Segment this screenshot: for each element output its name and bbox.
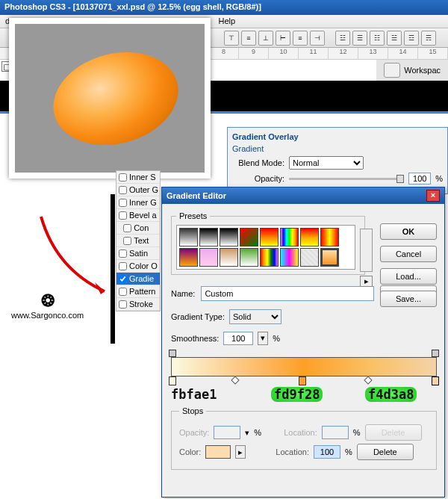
align-top-icon[interactable]: ⊤: [224, 31, 239, 46]
style-pattern-overlay[interactable]: Pattern: [116, 285, 160, 298]
stop-location2-input[interactable]: [314, 445, 340, 459]
gradient-type-label: Gradient Type:: [171, 312, 225, 321]
style-satin[interactable]: Satin: [116, 247, 160, 260]
blendmode-select[interactable]: Normal: [289, 156, 364, 170]
hex-code-2: fd9f28: [271, 387, 323, 402]
checkbox[interactable]: [119, 211, 127, 220]
panel-heading: Gradient Overlay: [232, 132, 443, 141]
delete-color-stop-button[interactable]: Delete: [357, 444, 414, 460]
style-inner-shadow[interactable]: Inner S: [116, 171, 160, 184]
stop-location2-label: Location:: [276, 447, 309, 456]
align-vmid-icon[interactable]: ≡: [241, 31, 256, 46]
checkbox[interactable]: [123, 224, 131, 232]
stops-group: Stops Opacity: ▾ % Location: % Delete Co…: [171, 406, 437, 470]
align-tools: ⊤ ≡ ⊥ ⊢ ≡ ⊣ ☳ ☰ ☷ ☱ ☲ ☴: [224, 31, 436, 46]
pct: %: [345, 447, 352, 456]
opacity-stop-right[interactable]: [432, 350, 439, 357]
style-gradient-overlay[interactable]: Gradie: [116, 273, 160, 285]
panel-subheading: Gradient: [232, 144, 443, 153]
preset-swatch[interactable]: [240, 228, 258, 247]
close-icon[interactable]: ×: [426, 190, 440, 202]
preset-swatch[interactable]: [280, 248, 299, 267]
egg-shape-icon: [43, 39, 188, 158]
preset-swatch[interactable]: [179, 248, 198, 267]
color-stop-3[interactable]: [432, 376, 439, 385]
stop-opacity-label: Opacity:: [179, 428, 209, 437]
align-left-icon[interactable]: ⊢: [276, 31, 290, 46]
checkbox[interactable]: [119, 288, 127, 296]
menu-help[interactable]: Help: [214, 15, 241, 28]
checkbox[interactable]: [119, 186, 127, 194]
preset-swatch[interactable]: [179, 228, 198, 247]
checkbox[interactable]: [123, 237, 131, 245]
style-outer-glow[interactable]: Outer G: [116, 184, 160, 196]
gradient-preview-bar[interactable]: [171, 357, 437, 376]
stop-location-input: [322, 426, 349, 439]
hex-code-3: f4d3a8: [365, 387, 417, 402]
dist-left-icon[interactable]: ☱: [387, 31, 402, 46]
dist-right-icon[interactable]: ☴: [421, 31, 436, 46]
blendmode-label: Blend Mode:: [232, 158, 284, 167]
preset-swatch[interactable]: [260, 248, 279, 267]
color-stop-2[interactable]: [299, 376, 306, 385]
style-texture[interactable]: Text: [116, 235, 160, 247]
dialog-titlebar[interactable]: Gradient Editor ×: [162, 187, 444, 204]
align-right-icon[interactable]: ⊣: [310, 31, 325, 46]
color-stop-1[interactable]: [169, 376, 176, 385]
checkbox[interactable]: [119, 262, 127, 270]
opacity-slider[interactable]: [289, 178, 404, 180]
styles-column: Inner S Outer G Inner G Bevel a Con Text…: [116, 170, 161, 312]
stop-location-label: Location:: [284, 428, 317, 437]
midpoint-1[interactable]: [231, 376, 239, 384]
checkbox[interactable]: [119, 300, 127, 309]
checkbox[interactable]: [119, 275, 127, 283]
smoothness-input[interactable]: [223, 332, 253, 345]
align-bottom-icon[interactable]: ⊥: [258, 31, 273, 46]
panel-button-icon[interactable]: [384, 63, 400, 78]
cancel-button[interactable]: Cancel: [380, 246, 437, 262]
load-button[interactable]: Load...: [380, 268, 437, 285]
style-contour[interactable]: Con: [116, 222, 160, 235]
workspace-label[interactable]: Workspac: [404, 66, 441, 75]
dist-bottom-icon[interactable]: ☷: [370, 31, 385, 46]
dist-v-icon[interactable]: ☰: [352, 31, 367, 46]
ok-button[interactable]: OK: [380, 223, 437, 240]
midpoint-2[interactable]: [364, 376, 372, 384]
gradient-type-select[interactable]: Solid: [229, 309, 281, 324]
preset-swatch[interactable]: [320, 228, 339, 247]
preset-swatch[interactable]: [199, 228, 218, 247]
gradient-editor-dialog: Gradient Editor × Presets: [161, 187, 445, 498]
style-bevel[interactable]: Bevel a: [116, 209, 160, 222]
preset-swatch[interactable]: [220, 228, 238, 247]
dropdown-icon[interactable]: ▾: [258, 332, 268, 345]
dist-top-icon[interactable]: ☳: [335, 31, 350, 46]
preset-swatch[interactable]: [240, 248, 258, 267]
color-swatch[interactable]: [205, 445, 231, 459]
preset-swatch[interactable]: [280, 228, 299, 247]
delete-opacity-stop-button: Delete: [365, 424, 422, 441]
slider-thumb-icon[interactable]: [396, 175, 404, 183]
checkbox[interactable]: [119, 250, 127, 258]
dropdown-icon[interactable]: ▸: [235, 445, 246, 459]
preset-swatch[interactable]: [300, 228, 319, 247]
preset-swatch[interactable]: [260, 228, 279, 247]
preset-scrollbar[interactable]: [360, 229, 373, 272]
save-button[interactable]: Save...: [380, 291, 437, 307]
style-inner-glow[interactable]: Inner G: [116, 196, 160, 209]
ruler-tick: 10: [269, 48, 299, 59]
preset-swatch[interactable]: [199, 248, 218, 267]
style-stroke[interactable]: Stroke: [116, 298, 160, 311]
stops-legend: Stops: [179, 406, 206, 415]
opacity-value[interactable]: [408, 173, 431, 185]
preset-swatch[interactable]: [300, 248, 319, 267]
align-hcenter-icon[interactable]: ≡: [293, 31, 308, 46]
checkbox[interactable]: [119, 173, 127, 182]
style-color-overlay[interactable]: Color O: [116, 260, 160, 273]
name-input[interactable]: [201, 286, 374, 301]
checkbox[interactable]: [119, 199, 127, 207]
preset-swatch-selected[interactable]: [320, 248, 339, 267]
opacity-stop-left[interactable]: [169, 350, 176, 357]
dist-h-icon[interactable]: ☲: [404, 31, 419, 46]
preset-swatch[interactable]: [220, 248, 238, 267]
preset-menu-icon[interactable]: ▸: [360, 276, 373, 287]
